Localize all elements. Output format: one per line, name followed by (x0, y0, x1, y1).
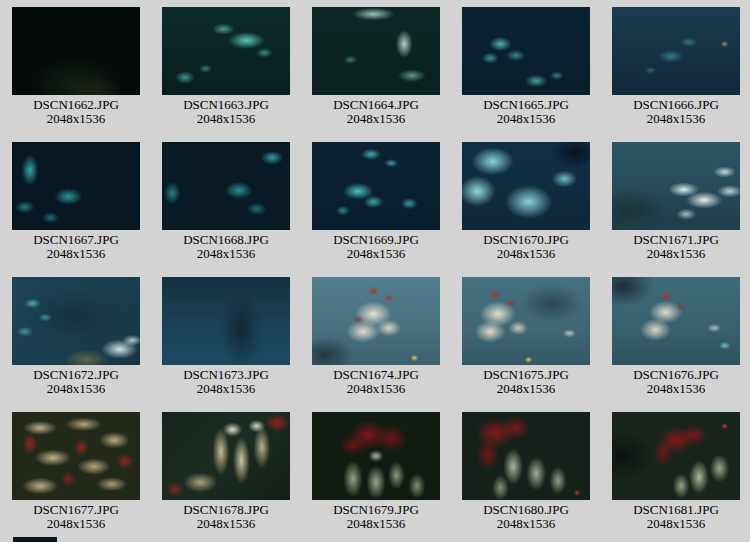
thumbnail-filename: DSCN1679.JPG (312, 503, 440, 517)
thumbnail-filename: DSCN1681.JPG (612, 503, 740, 517)
thumbnail-caption: DSCN1665.JPG 2048x1536 (462, 98, 590, 126)
thumbnail-dimensions: 2048x1536 (162, 517, 290, 531)
thumbnail-filename: DSCN1665.JPG (462, 98, 590, 112)
thumbnail-dimensions: 2048x1536 (162, 247, 290, 261)
thumbnail-dimensions: 2048x1536 (162, 382, 290, 396)
thumbnail-dimensions: 2048x1536 (462, 382, 590, 396)
thumbnail-dimensions: 2048x1536 (612, 112, 740, 126)
thumbnail-image[interactable] (312, 277, 440, 365)
thumbnail-image[interactable] (462, 412, 590, 500)
thumbnail-grid: DSCN1662.JPG 2048x1536 DSCN1663.JPG 2048… (0, 0, 750, 542)
thumbnail-image[interactable] (462, 7, 590, 95)
gallery-cell: DSCN1676.JPG 2048x1536 (600, 277, 750, 412)
thumbnail-caption: DSCN1664.JPG 2048x1536 (312, 98, 440, 126)
thumbnail-filename: DSCN1670.JPG (462, 233, 590, 247)
thumbnail-filename: DSCN1671.JPG (612, 233, 740, 247)
gallery-cell: DSCN1674.JPG 2048x1536 (300, 277, 450, 412)
thumbnail-caption: DSCN1662.JPG 2048x1536 (12, 98, 140, 126)
gallery-cell: DSCN1673.JPG 2048x1536 (150, 277, 300, 412)
thumbnail-image[interactable] (162, 412, 290, 500)
thumbnail-image[interactable] (612, 7, 740, 95)
thumbnail-caption: DSCN1677.JPG 2048x1536 (12, 503, 140, 531)
gallery-cell: DSCN1675.JPG 2048x1536 (450, 277, 600, 412)
thumbnail-image[interactable] (612, 142, 740, 230)
thumbnail-image[interactable] (162, 7, 290, 95)
thumbnail-image[interactable] (312, 7, 440, 95)
thumbnail-filename: DSCN1663.JPG (162, 98, 290, 112)
thumbnail-caption: DSCN1671.JPG 2048x1536 (612, 233, 740, 261)
thumbnail-caption: DSCN1668.JPG 2048x1536 (162, 233, 290, 261)
gallery-cell: DSCN1678.JPG 2048x1536 (150, 412, 300, 542)
gallery-cell: DSCN1680.JPG 2048x1536 (450, 412, 600, 542)
thumbnail-caption: DSCN1673.JPG 2048x1536 (162, 368, 290, 396)
thumbnail-image[interactable] (162, 277, 290, 365)
thumbnail-image[interactable] (12, 412, 140, 500)
thumbnail-image[interactable] (462, 277, 590, 365)
gallery-cell: DSCN1670.JPG 2048x1536 (450, 142, 600, 277)
thumbnail-dimensions: 2048x1536 (12, 247, 140, 261)
gallery-cell: DSCN1665.JPG 2048x1536 (450, 7, 600, 142)
thumbnail-dimensions: 2048x1536 (312, 247, 440, 261)
thumbnail-image[interactable] (312, 142, 440, 230)
thumbnail-caption: DSCN1670.JPG 2048x1536 (462, 233, 590, 261)
gallery-cell: DSCN1662.JPG 2048x1536 (0, 7, 150, 142)
thumbnail-caption: DSCN1674.JPG 2048x1536 (312, 368, 440, 396)
thumbnail-dimensions: 2048x1536 (312, 382, 440, 396)
gallery-cell: DSCN1669.JPG 2048x1536 (300, 142, 450, 277)
gallery-cell: DSCN1672.JPG 2048x1536 (0, 277, 150, 412)
thumbnail-dimensions: 2048x1536 (312, 112, 440, 126)
thumbnail-dimensions: 2048x1536 (312, 517, 440, 531)
thumbnail-caption: DSCN1667.JPG 2048x1536 (12, 233, 140, 261)
thumbnail-dimensions: 2048x1536 (612, 517, 740, 531)
thumbnail-filename: DSCN1669.JPG (312, 233, 440, 247)
thumbnail-dimensions: 2048x1536 (462, 247, 590, 261)
thumbnail-filename: DSCN1677.JPG (12, 503, 140, 517)
thumbnail-caption: DSCN1675.JPG 2048x1536 (462, 368, 590, 396)
thumbnail-caption: DSCN1669.JPG 2048x1536 (312, 233, 440, 261)
thumbnail-image[interactable] (312, 412, 440, 500)
thumbnail-dimensions: 2048x1536 (612, 247, 740, 261)
gallery-cell: DSCN1671.JPG 2048x1536 (600, 142, 750, 277)
thumbnail-filename: DSCN1676.JPG (612, 368, 740, 382)
thumbnail-image[interactable] (162, 142, 290, 230)
thumbnail-filename: DSCN1664.JPG (312, 98, 440, 112)
thumbnail-index-page: { "page": { "background_color": "#d3d3d3… (0, 0, 750, 542)
gallery-cell: DSCN1677.JPG 2048x1536 (0, 412, 150, 542)
thumbnail-image[interactable] (462, 142, 590, 230)
thumbnail-image[interactable] (12, 277, 140, 365)
thumbnail-filename: DSCN1678.JPG (162, 503, 290, 517)
thumbnail-image[interactable] (612, 277, 740, 365)
gallery-cell: DSCN1667.JPG 2048x1536 (0, 142, 150, 277)
thumbnail-caption: DSCN1672.JPG 2048x1536 (12, 368, 140, 396)
gallery-cell: DSCN1668.JPG 2048x1536 (150, 142, 300, 277)
thumbnail-caption: DSCN1680.JPG 2048x1536 (462, 503, 590, 531)
thumbnail-dimensions: 2048x1536 (462, 517, 590, 531)
thumbnail-dimensions: 2048x1536 (12, 112, 140, 126)
thumbnail-image[interactable] (12, 142, 140, 230)
gallery-cell: DSCN1679.JPG 2048x1536 (300, 412, 450, 542)
thumbnail-filename: DSCN1680.JPG (462, 503, 590, 517)
thumbnail-filename: DSCN1668.JPG (162, 233, 290, 247)
thumbnail-caption: DSCN1666.JPG 2048x1536 (612, 98, 740, 126)
thumbnail-dimensions: 2048x1536 (162, 112, 290, 126)
thumbnail-caption: DSCN1681.JPG 2048x1536 (612, 503, 740, 531)
thumbnail-filename: DSCN1673.JPG (162, 368, 290, 382)
thumbnail-caption: DSCN1678.JPG 2048x1536 (162, 503, 290, 531)
thumbnail-filename: DSCN1662.JPG (12, 98, 140, 112)
gallery-cell: DSCN1666.JPG 2048x1536 (600, 7, 750, 142)
gallery-cell: DSCN1663.JPG 2048x1536 (150, 7, 300, 142)
thumbnail-dimensions: 2048x1536 (462, 112, 590, 126)
thumbnail-dimensions: 2048x1536 (612, 382, 740, 396)
thumbnail-caption: DSCN1679.JPG 2048x1536 (312, 503, 440, 531)
thumbnail-filename: DSCN1672.JPG (12, 368, 140, 382)
thumbnail-caption: DSCN1676.JPG 2048x1536 (612, 368, 740, 396)
gallery-cell: DSCN1664.JPG 2048x1536 (300, 7, 450, 142)
thumbnail-image[interactable] (12, 7, 140, 95)
thumbnail-filename: DSCN1666.JPG (612, 98, 740, 112)
gallery-cell: DSCN1681.JPG 2048x1536 (600, 412, 750, 542)
thumbnail-dimensions: 2048x1536 (12, 382, 140, 396)
partial-thumbnail-sliver (13, 537, 57, 542)
thumbnail-image[interactable] (612, 412, 740, 500)
thumbnail-filename: DSCN1667.JPG (12, 233, 140, 247)
thumbnail-filename: DSCN1675.JPG (462, 368, 590, 382)
